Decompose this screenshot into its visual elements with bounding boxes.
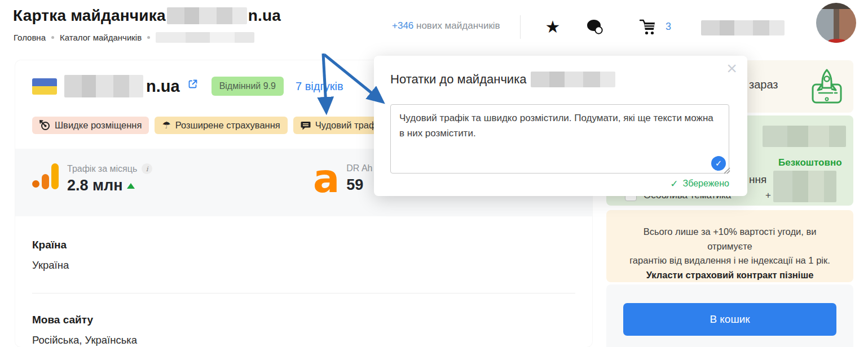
info-icon[interactable]: i <box>142 163 152 174</box>
breadcrumb-home[interactable]: Головна <box>14 33 46 42</box>
price-plus-fragment: + <box>765 190 771 201</box>
notes-modal: × Нотатки до майданчика Чудовий трафік т… <box>374 56 747 196</box>
new-platforms-count: +346 <box>392 20 413 31</box>
traffic-value: 2.8 млн <box>67 177 122 194</box>
messages-button[interactable] <box>585 17 605 37</box>
cart-count: 3 <box>666 21 671 33</box>
insurance-word-fragment: ння <box>749 174 766 186</box>
platform-domain-suffix: n.ua <box>146 77 180 96</box>
blurred-platform-domain <box>64 75 143 97</box>
saved-status-label: Збережено <box>683 179 730 189</box>
blurred-user-name <box>701 20 785 35</box>
blurred-price <box>773 171 836 202</box>
traffic-label: Трафік за місяць <box>67 164 137 174</box>
dart-icon <box>39 120 50 131</box>
availability-text-fragment: зараз <box>749 78 778 91</box>
country-field: Країна Україна <box>32 216 575 272</box>
free-label: Безкоштовно <box>778 157 842 168</box>
header-divider <box>520 15 521 39</box>
dr-stat: a DR Ah 59 <box>313 163 373 194</box>
blurred-modal-domain <box>531 72 615 87</box>
cart-panel: В кошик <box>606 284 853 347</box>
modal-title: Нотатки до майданчика <box>390 72 615 87</box>
language-label: Мова сайту <box>32 314 575 326</box>
language-value: Російська, Українська <box>32 334 575 346</box>
blurred-offer-title <box>763 126 846 147</box>
breadcrumb-blurred-item <box>156 32 254 43</box>
tag-label: Швидке розміщення <box>55 120 142 131</box>
page-title-domain-suffix: n.ua <box>248 7 281 24</box>
analytics-icon <box>32 163 59 189</box>
tag-fast-placement[interactable]: Швидке розміщення <box>32 117 149 134</box>
breadcrumb-separator <box>51 36 54 39</box>
note-textarea[interactable]: Чудовий трафік та швидко розмістили. Под… <box>390 104 729 174</box>
reviews-link[interactable]: 7 відгуків <box>296 80 343 93</box>
breadcrumb-catalog[interactable]: Каталог майданчиків <box>60 33 142 42</box>
rocket-monitor-icon <box>809 68 844 105</box>
avatar[interactable] <box>816 3 856 43</box>
breadcrumb: Головна Каталог майданчиків <box>14 32 254 43</box>
external-link-icon[interactable] <box>187 78 199 90</box>
cart-icon <box>638 19 656 35</box>
cart-button[interactable] <box>637 17 658 37</box>
blurred-domain-name <box>167 7 247 24</box>
traffic-value-row: 2.8 млн <box>67 177 152 194</box>
field-list: Країна Україна Мова сайту Російська, Укр… <box>15 216 592 346</box>
platform-card-page: Картка майданчикаn.ua Головна Каталог ма… <box>0 0 868 347</box>
country-label: Країна <box>32 239 575 251</box>
saved-check-icon: ✓ <box>670 178 678 189</box>
saved-status: ✓ Збережено <box>670 178 729 189</box>
tag-label: Розширене страхування <box>175 120 280 131</box>
rating-badge: Відмінний 9.9 <box>212 77 284 96</box>
traffic-stat: Трафік за місяць i 2.8 млн <box>32 163 152 194</box>
insurance-note-line1: Всього лише за +10% вартості угоди, ви о… <box>627 225 833 253</box>
insurance-note-panel: Всього лише за +10% вартості угоди, ви о… <box>606 210 853 282</box>
close-icon[interactable]: × <box>726 57 737 81</box>
new-platforms-counter[interactable]: +346 нових майданчиків <box>392 20 500 32</box>
modal-title-text: Нотатки до майданчика <box>390 72 526 86</box>
breadcrumb-separator <box>147 36 150 39</box>
check-icon: ✓ <box>715 158 722 168</box>
ahrefs-logo: a <box>313 163 338 194</box>
tag-extended-insurance[interactable]: ☂ Розширене страхування <box>155 117 287 134</box>
umbrella-icon: ☂ <box>162 121 170 130</box>
add-to-cart-button[interactable]: В кошик <box>623 303 836 336</box>
favorites-button[interactable]: ★ <box>543 17 563 37</box>
traffic-label-row: Трафік за місяць i <box>67 163 152 174</box>
new-platforms-label: нових майданчиків <box>416 20 500 31</box>
language-field: Мова сайту Російська, Українська <box>32 293 575 346</box>
dr-label: DR Ah <box>346 163 372 174</box>
page-title-prefix: Картка майданчика <box>13 7 166 24</box>
insurance-note-line2: гарантію від видалення і не індексації н… <box>627 253 833 268</box>
dr-value: 59 <box>346 176 363 194</box>
resize-handle[interactable] <box>723 167 730 174</box>
page-title: Картка майданчикаn.ua <box>13 7 281 25</box>
country-value: Україна <box>32 259 575 272</box>
trend-up-icon <box>127 183 135 189</box>
star-icon: ★ <box>545 19 561 35</box>
ukraine-flag-icon <box>32 78 57 95</box>
chat-icon <box>587 19 603 35</box>
comment-icon <box>301 121 311 131</box>
